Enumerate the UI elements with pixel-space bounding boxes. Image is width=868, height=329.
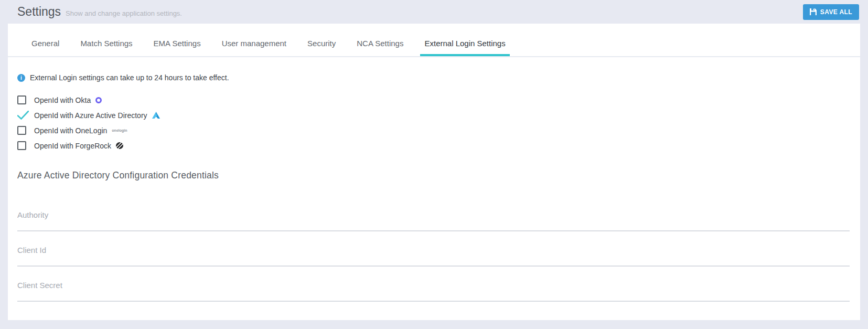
openid-with-onelogin-checkbox[interactable] [17,126,29,135]
settings-card: GeneralMatch SettingsEMA SettingsUser ma… [8,24,860,320]
authority-input[interactable] [17,204,850,231]
provider-row-openid-with-okta: OpenId with Okta [17,95,850,105]
forgerock-icon [116,142,123,149]
okta-icon [95,97,102,103]
info-notice: i External Login settings can take up to… [17,73,850,82]
provider-label: OpenId with OneLogin [34,126,107,135]
tab-security[interactable]: Security [303,39,340,56]
provider-label: OpenId with Okta [34,96,91,104]
tab-nca-settings[interactable]: NCA Settings [352,39,408,56]
openid-with-azure-active-directory-checkbox[interactable] [17,111,29,120]
info-notice-text: External Login settings can take up to 2… [30,73,229,82]
provider-label: OpenId with ForgeRock [34,142,111,150]
save-all-label: SAVE ALL [820,8,852,16]
field-client-id [17,239,850,267]
tab-user-management[interactable]: User management [218,39,291,56]
provider-row-openid-with-azure-active-directory: OpenId with Azure Active Directory [17,110,850,120]
onelogin-icon: onelogin [112,129,127,132]
provider-row-openid-with-onelogin: OpenId with OneLoginonelogin [17,125,850,135]
provider-label: OpenId with Azure Active Directory [34,111,147,120]
tab-bar: GeneralMatch SettingsEMA SettingsUser ma… [8,24,860,57]
credential-fields [17,204,850,302]
page-header: Settings Show and change application set… [0,0,868,24]
openid-with-okta-checkbox[interactable] [17,95,29,104]
title-group: Settings Show and change application set… [17,5,182,19]
tab-content: i External Login settings can take up to… [8,73,860,302]
field-client-secret [17,274,850,302]
provider-list: OpenId with OktaOpenId with Azure Active… [17,95,850,151]
page-subtitle: Show and change application settings. [66,9,182,17]
tab-external-login-settings[interactable]: External Login Settings [420,39,509,56]
tab-general[interactable]: General [27,39,63,56]
client-secret-input[interactable] [17,274,850,302]
openid-with-forgerock-checkbox[interactable] [17,141,29,150]
floppy-disk-icon [810,8,817,15]
info-circle-icon: i [17,74,25,82]
tab-match-settings[interactable]: Match Settings [76,39,136,56]
save-all-button[interactable]: SAVE ALL [803,4,859,20]
credentials-section-heading: Azure Active Directory Configuration Cre… [17,170,850,181]
azure-icon [152,112,160,119]
field-authority [17,204,850,231]
provider-row-openid-with-forgerock: OpenId with ForgeRock [17,141,850,151]
page-title: Settings [17,5,61,19]
client-id-input[interactable] [17,239,850,267]
tab-ema-settings[interactable]: EMA Settings [149,39,205,56]
